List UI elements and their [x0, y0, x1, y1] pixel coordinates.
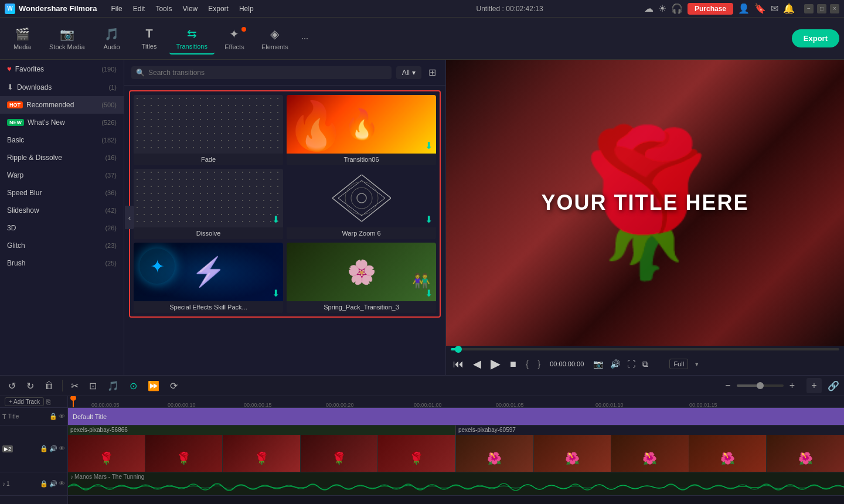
maximize-button[interactable]: □ [817, 4, 826, 13]
export-button[interactable]: Export [792, 29, 839, 47]
quality-chevron: ▾ [695, 360, 699, 368]
crop-button[interactable]: ⊡ [86, 379, 100, 393]
panel-item-basic[interactable]: Basic (182) [0, 131, 124, 149]
bell-icon[interactable]: 🔔 [783, 3, 795, 14]
tool-elements[interactable]: ◈ Elements [254, 23, 295, 54]
speed-button[interactable]: ⏩ [144, 379, 163, 393]
bookmark-icon[interactable]: 🔖 [754, 3, 766, 14]
special-effects-label: Special Effects Skill Pack... [134, 301, 283, 313]
video-clip-1[interactable]: pexels-pixabay-56866 🌹 🌹 🌹 🌹 🌹 [68, 425, 456, 472]
warp-zoom-label: Warp Zoom 6 [287, 227, 436, 239]
panel-item-downloads[interactable]: ⬇ Downloads (1) [0, 78, 124, 96]
eye3-icon[interactable]: 👁 [59, 480, 65, 488]
transition-warp-zoom[interactable]: ⬇ Warp Zoom 6 [287, 169, 436, 239]
rewind-button[interactable]: ⏮ [451, 357, 466, 372]
stock-media-label: Stock Media [49, 43, 85, 50]
video-clip-2[interactable]: pexels-pixabay-60597 🌺 🌺 🌺 🌺 🌺 [456, 425, 844, 472]
tool-audio[interactable]: 🎵 Audio [94, 23, 130, 54]
delete-button[interactable]: 🗑 [41, 379, 57, 393]
tool-transitions[interactable]: ⇆ Transitions [169, 23, 215, 55]
quality-button[interactable]: Full [669, 359, 688, 369]
zoom-out-button[interactable]: − [722, 379, 734, 393]
lock-icon[interactable]: 🔒 [49, 413, 57, 420]
play-button[interactable]: ▶ [488, 355, 503, 373]
grid-view-button[interactable]: ⊞ [426, 64, 438, 80]
purchase-button[interactable]: Purchase [688, 3, 733, 15]
transition-dissolve[interactable]: ⬇ Dissolve [134, 169, 283, 239]
menu-view[interactable]: View [178, 2, 202, 15]
transition-fade[interactable]: Fade [134, 95, 283, 165]
menu-tools[interactable]: Tools [151, 2, 176, 15]
lock2-icon[interactable]: 🔒 [40, 445, 48, 452]
step-back-button[interactable]: ◀ [471, 356, 484, 372]
audio-track-label: ♪ 1 🔒 🔊 👁 [0, 472, 67, 496]
transition-06[interactable]: 🔥 ⬇ Transition06 [287, 95, 436, 165]
headphone-icon[interactable]: 🎧 [671, 3, 683, 14]
lock3-icon[interactable]: 🔒 [40, 480, 48, 488]
media-label: Media [13, 43, 31, 50]
panel-item-favorites[interactable]: ♥ Favorites (190) [0, 60, 124, 78]
panel-item-brush[interactable]: Brush (25) [0, 254, 124, 272]
fullscreen-button[interactable]: ⛶ [625, 358, 638, 370]
mail-icon[interactable]: ✉ [771, 3, 778, 14]
transition-special-effects[interactable]: ⚡ ✦ ⬇ Special Effects Skill Pack... [134, 243, 283, 313]
pip-button[interactable]: ⧉ [640, 358, 651, 370]
link-button[interactable]: 🔗 [828, 380, 839, 391]
app-logo: W Wondershare Filmora [5, 4, 97, 14]
tool-effects[interactable]: ✦ Effects [217, 23, 252, 54]
warp-label: Warp [7, 171, 23, 179]
panel-item-3d[interactable]: 3D (26) [0, 219, 124, 237]
menu-edit[interactable]: Edit [128, 2, 150, 15]
account-icon[interactable]: 👤 [738, 3, 750, 14]
eye-icon[interactable]: 👁 [59, 413, 65, 420]
panel-item-warp[interactable]: Warp (37) [0, 166, 124, 184]
speaker-button[interactable]: 🔊 [608, 358, 622, 370]
link-track-button[interactable]: ⎘ [46, 398, 50, 406]
revert-button[interactable]: ⟳ [166, 379, 181, 393]
progress-bar[interactable] [451, 348, 839, 350]
undo-button[interactable]: ↺ [5, 379, 19, 393]
tool-media[interactable]: 🎬 Media [5, 23, 40, 54]
zoom-slider[interactable] [737, 384, 784, 387]
panel-item-ripple[interactable]: Ripple & Dissolve (16) [0, 149, 124, 166]
favorites-label: Favorites [15, 65, 44, 73]
cut-button[interactable]: ✂ [67, 379, 82, 393]
tool-stock-media[interactable]: 📷 Stock Media [42, 23, 92, 54]
transition-spring-pack[interactable]: 🌸 👫 ⬇ Spring_Pack_Transition_3 [287, 243, 436, 313]
panel-item-slideshow[interactable]: Slideshow (42) [0, 202, 124, 219]
menu-export[interactable]: Export [203, 2, 233, 15]
close-button[interactable]: × [830, 4, 839, 13]
thumb-4: 🌹 [301, 435, 378, 472]
filter-button[interactable]: All ▾ [396, 66, 421, 79]
panel-collapse-button[interactable]: ‹ [125, 206, 134, 229]
menu-file[interactable]: File [106, 2, 127, 15]
stop-button[interactable]: ■ [508, 357, 519, 372]
minimize-button[interactable]: − [804, 4, 814, 13]
add-track-label-button[interactable]: + Add Track [5, 397, 44, 406]
panel-item-recommended[interactable]: HOT Recommended (500) [0, 96, 124, 114]
speaker2-icon[interactable]: 🔊 [49, 445, 57, 452]
dissolve-thumbnail: ⬇ [134, 169, 283, 227]
snapshot-button[interactable]: 📷 [591, 358, 605, 370]
cloud-icon[interactable]: ☁ [644, 3, 654, 14]
panel-item-glitch[interactable]: Glitch (23) [0, 237, 124, 254]
speaker3-icon[interactable]: 🔊 [49, 480, 57, 488]
eye2-icon[interactable]: 👁 [59, 445, 65, 452]
add-track-button[interactable]: + [806, 378, 822, 393]
thumb-d1: 🌺 [456, 435, 534, 472]
left-panel: ♥ Favorites (190) ⬇ Downloads (1) HOT Re… [0, 60, 124, 375]
color-button[interactable]: ⊙ [126, 379, 141, 393]
toolbar-more-icon[interactable]: ⋯ [298, 31, 312, 46]
panel-item-speed-blur[interactable]: Speed Blur (36) [0, 184, 124, 202]
title-clip[interactable]: Default Title [68, 408, 844, 425]
panel-item-whats-new[interactable]: NEW What's New (526) [0, 114, 124, 131]
title-track-content: Default Title [68, 408, 844, 425]
zoom-in-button[interactable]: + [786, 379, 798, 393]
basic-count: (182) [101, 137, 117, 144]
redo-button[interactable]: ↻ [23, 379, 38, 393]
search-input[interactable] [148, 69, 387, 77]
audio-button[interactable]: 🎵 [104, 379, 122, 393]
sun-icon[interactable]: ☀ [658, 3, 666, 14]
menu-help[interactable]: Help [234, 2, 258, 15]
tool-titles[interactable]: T Titles [132, 23, 167, 53]
